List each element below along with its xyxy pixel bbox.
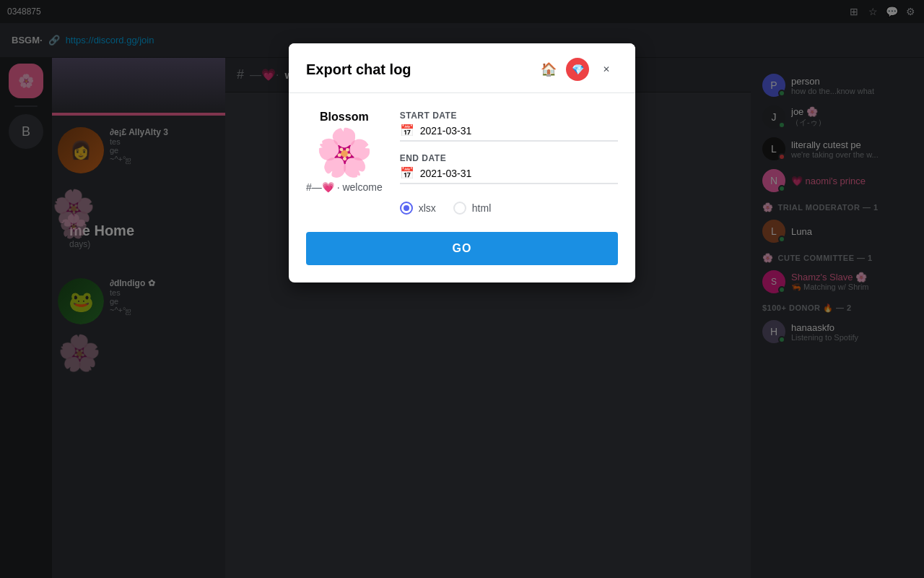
start-date-label: Start date bbox=[400, 111, 618, 121]
format-html-radio[interactable] bbox=[453, 202, 466, 215]
modal-body: Blossom 🌸 #—💗 · welcome Start date 📅 bbox=[289, 93, 635, 232]
modal-close-btn[interactable]: ✕ bbox=[595, 58, 618, 81]
end-date-label: End date bbox=[400, 153, 618, 163]
end-date-wrapper: 📅 bbox=[400, 166, 618, 184]
format-xlsx-label: xlsx bbox=[419, 202, 436, 214]
modal-channel-label: #—💗 · welcome bbox=[306, 181, 383, 193]
modal-diamond-btn[interactable]: 💎 bbox=[566, 58, 589, 81]
export-modal: Export chat log 🏠 💎 ✕ Blossom 🌸 #—💗 · we… bbox=[289, 43, 635, 282]
modal-server-name: Blossom bbox=[320, 111, 369, 124]
start-date-wrapper: 📅 bbox=[400, 124, 618, 142]
format-html-label: html bbox=[472, 202, 491, 214]
modal-footer: GO bbox=[289, 232, 635, 282]
format-html-option[interactable]: html bbox=[453, 202, 491, 215]
end-date-input[interactable] bbox=[420, 168, 618, 179]
modal-dates: Start date 📅 End date 📅 bbox=[400, 111, 618, 215]
modal-overlay: Export chat log 🏠 💎 ✕ Blossom 🌸 #—💗 · we… bbox=[0, 0, 924, 578]
end-date-field: End date 📅 bbox=[400, 153, 618, 184]
start-date-input[interactable] bbox=[420, 125, 618, 137]
format-section: xlsx html bbox=[400, 202, 618, 215]
modal-server-icon: 🌸 bbox=[315, 129, 373, 176]
end-date-calendar-icon: 📅 bbox=[400, 166, 414, 180]
modal-home-btn[interactable]: 🏠 bbox=[537, 58, 560, 81]
modal-header-icons: 🏠 💎 ✕ bbox=[537, 58, 618, 81]
go-button[interactable]: GO bbox=[306, 232, 618, 265]
start-date-field: Start date 📅 bbox=[400, 111, 618, 142]
modal-title: Export chat log bbox=[306, 61, 411, 78]
modal-channel-label-text: #—💗 · welcome bbox=[306, 181, 383, 193]
format-xlsx-dot bbox=[404, 205, 409, 211]
modal-server-info: Blossom 🌸 #—💗 · welcome bbox=[306, 111, 383, 215]
format-xlsx-radio[interactable] bbox=[400, 202, 413, 215]
modal-header: Export chat log 🏠 💎 ✕ bbox=[289, 43, 635, 93]
start-date-calendar-icon: 📅 bbox=[400, 124, 414, 137]
format-xlsx-option[interactable]: xlsx bbox=[400, 202, 436, 215]
